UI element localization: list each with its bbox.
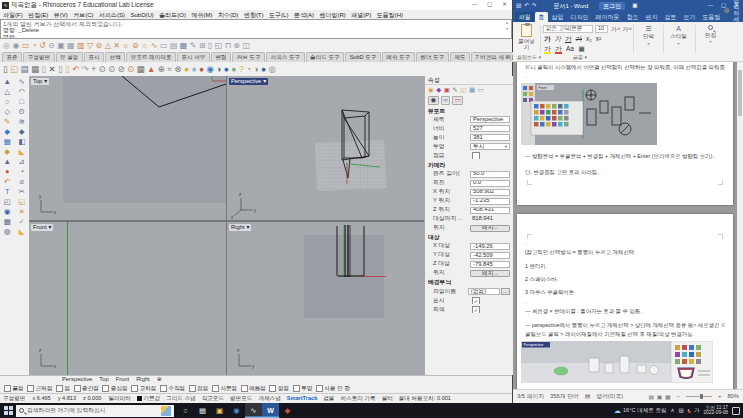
menu-item[interactable]: 도구(L): [269, 12, 288, 18]
tool-icon[interactable]: □: [19, 98, 24, 106]
ribbon-display-icon[interactable]: ▣: [632, 3, 637, 9]
document-page-1[interactable]: 트니 클릭이 시스템에서 어떤걸 선택할지 선택하는 창 띄워줌, 이때 선택값…: [517, 62, 733, 205]
tool-icon[interactable]: ●: [5, 168, 10, 176]
weather-widget[interactable]: ☁ 16°C 대체로 흐림: [614, 407, 666, 414]
zoom-level[interactable]: 80%: [727, 394, 739, 400]
toolbar-icon[interactable]: ◱: [215, 42, 223, 50]
menu-item[interactable]: 파일(F): [3, 12, 23, 18]
toolbar-icon[interactable]: ⊙: [127, 65, 134, 74]
notification-center-icon[interactable]: [732, 407, 740, 415]
format-button[interactable]: x²: [596, 36, 601, 43]
panel-mode-icon[interactable]: ∞: [441, 96, 451, 106]
panel-icon[interactable]: ▦: [469, 87, 475, 94]
language-indicator[interactable]: 영어(미국): [596, 394, 623, 400]
toolbar-icon[interactable]: ⊖: [48, 42, 55, 50]
toolbar-icon[interactable]: ●: [199, 65, 204, 74]
toolbar-icon[interactable]: ∿: [151, 42, 158, 50]
tab-insert[interactable]: 삽입: [548, 12, 567, 22]
toolbar-tab[interactable]: 표시 여부: [177, 52, 210, 62]
toolbar-icon[interactable]: ◑: [254, 65, 259, 74]
start-button[interactable]: [0, 403, 16, 418]
toolbar-icon[interactable]: ⊘: [96, 42, 103, 50]
toolbar-icon[interactable]: ⊗: [174, 65, 181, 74]
viewport-canvas-front[interactable]: z x: [29, 222, 226, 375]
minimize-icon[interactable]: —: [467, 2, 482, 8]
toolbar-tab[interactable]: 메쉬 도구: [382, 52, 415, 62]
viewport-perspective[interactable]: z y x Perspective▾: [227, 76, 424, 220]
viewport-top[interactable]: y x Top▾: [29, 76, 226, 220]
taskbar-app-icon[interactable]: ▦: [194, 403, 211, 418]
color-button[interactable]: 가: [555, 46, 562, 55]
format-button[interactable]: 가: [544, 36, 551, 43]
tab-references[interactable]: 참조: [623, 12, 642, 22]
menu-item[interactable]: 렌더링(R): [319, 12, 345, 18]
property-value[interactable]: 0.0: [470, 180, 510, 187]
property-value[interactable]: [470, 152, 510, 159]
paste-button[interactable]: 붙여넣기: [516, 24, 537, 50]
toolbar-icon[interactable]: ▯: [3, 65, 8, 74]
panel-icon[interactable]: ▣: [444, 87, 450, 94]
property-value[interactable]: -79.845: [470, 261, 510, 268]
toolbar-icon[interactable]: △: [105, 42, 111, 50]
viewport-title-right[interactable]: Right▾: [229, 224, 251, 231]
zoom-slider[interactable]: [686, 396, 712, 397]
tool-icon[interactable]: ⌀: [19, 178, 24, 186]
toolbar-icon[interactable]: ⊞: [199, 42, 206, 50]
news-widget-icon[interactable]: [161, 406, 171, 416]
color-button[interactable]: 가: [544, 46, 551, 55]
toolbar-icon[interactable]: ◉: [206, 65, 213, 74]
toolbar-icon[interactable]: ✎: [190, 42, 197, 50]
tool-icon[interactable]: T: [5, 188, 10, 196]
view-mode-icon[interactable]: ▤: [649, 394, 655, 400]
toolbar-icon[interactable]: ▦: [31, 65, 39, 74]
styles-group-button[interactable]: A 스타일 ▾: [666, 25, 691, 46]
toolbar-icon[interactable]: ⊜: [132, 42, 139, 50]
status-toggle[interactable]: SmartTrack: [287, 396, 317, 402]
toolbar-icon[interactable]: ▲: [147, 65, 155, 74]
property-value[interactable]: 818.941: [470, 216, 510, 223]
toolbar-icon[interactable]: ◱: [10, 65, 18, 74]
tool-icon[interactable]: ◧: [18, 138, 25, 146]
tool-icon[interactable]: ✂: [19, 188, 25, 196]
osnap-checkbox[interactable]: 사용 안 함: [316, 385, 350, 392]
taskbar-app-icon[interactable]: ○: [177, 403, 194, 418]
toolbar-icon[interactable]: ●: [231, 65, 236, 74]
toolbar-icon[interactable]: ☼: [122, 42, 129, 50]
font-resize-icon[interactable]: 가˅: [623, 26, 633, 32]
tab-layout[interactable]: 레이아웃: [592, 12, 623, 22]
tab-design[interactable]: 디자인: [567, 12, 592, 22]
viewport-canvas-top[interactable]: y x: [29, 76, 226, 220]
tool-icon[interactable]: ◆: [4, 128, 10, 136]
word-titlebar[interactable]: ▤↶↷ 문서1 - Word 로그인 ▣ — ▢ ✕: [513, 0, 743, 11]
tool-icon[interactable]: ◍: [4, 228, 11, 236]
menu-item[interactable]: 커브(C): [73, 12, 93, 18]
menu-item[interactable]: 변형(T): [244, 12, 264, 18]
property-value[interactable]: 배치...: [470, 270, 510, 277]
menu-item[interactable]: 치수(D): [218, 12, 238, 18]
viewport-front[interactable]: z x Front▾: [29, 222, 226, 375]
toolbar-tab[interactable]: 서피스 도구: [266, 52, 305, 62]
viewport-right[interactable]: z y Right▾: [227, 222, 424, 375]
qat-icon[interactable]: ▤: [516, 3, 521, 9]
toolbar-icon[interactable]: ●: [191, 65, 196, 74]
toolbar-icon[interactable]: ↶: [72, 65, 79, 74]
color-button[interactable]: Aa: [566, 46, 574, 55]
tell-me[interactable]: 입력하세: [733, 0, 739, 22]
taskbar-app-icon[interactable]: ∿: [245, 403, 262, 418]
font-size-combobox[interactable]: 10: [595, 25, 608, 33]
panel-tab-properties[interactable]: 속성: [425, 76, 513, 85]
tool-icon[interactable]: ▦: [4, 218, 11, 226]
toolbar-icon[interactable]: ●: [224, 65, 229, 74]
toolbar-icon[interactable]: ⊓: [225, 42, 231, 50]
toolbar-icon[interactable]: ▯: [208, 42, 212, 50]
status-field[interactable]: 구성평면: [3, 396, 25, 402]
property-value[interactable]: (없음): [468, 288, 500, 295]
toolbar-icon[interactable]: ▣: [57, 42, 65, 50]
osnap-checkbox[interactable]: 접점: [189, 385, 209, 392]
osnap-checkbox[interactable]: 중간점: [74, 385, 99, 392]
toolbar-icon[interactable]: ●: [184, 65, 189, 74]
toolbar-icon[interactable]: ◔: [32, 42, 37, 50]
view-mode-icon[interactable]: ▣: [657, 394, 663, 400]
qat-icon[interactable]: ↶: [524, 3, 529, 9]
osnap-checkbox[interactable]: 교차점: [131, 385, 156, 392]
